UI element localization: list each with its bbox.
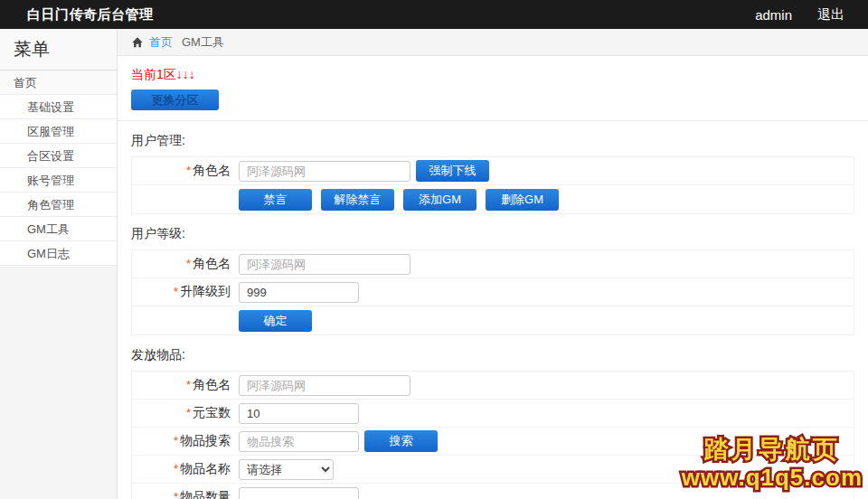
confirm-button[interactable]: 确定 [239, 310, 312, 332]
yuanbao-label: *元宝数 [132, 405, 239, 421]
sidebar-item-merge-settings[interactable]: 合区设置 [0, 144, 117, 168]
logout-button[interactable]: 退出 [805, 6, 868, 24]
role-name-input[interactable] [239, 161, 410, 182]
role-name-label: *角色名 [132, 163, 239, 179]
role-name-label: *角色名 [132, 256, 239, 272]
sidebar-item-home[interactable]: 首页 [0, 71, 117, 95]
form-row-item-search: *物品搜索 搜索 [132, 428, 854, 456]
content-area: 当前1区↓↓↓ 更换分区 用户管理: *角色名 强制下线 禁言 解除 [118, 56, 868, 499]
top-bar: 白日门传奇后台管理 admin 退出 [0, 0, 868, 29]
user-level-form: *角色名 *升降级到 确定 [131, 250, 854, 335]
form-row-actions: 禁言 解除禁言 添加GM 删除GM [132, 185, 854, 213]
current-zone-notice: 当前1区↓↓↓ [131, 67, 854, 83]
role-name-input[interactable] [239, 375, 410, 396]
mute-button[interactable]: 禁言 [239, 189, 312, 211]
sidebar-item-gm-logs[interactable]: GM日志 [0, 241, 117, 266]
section-title-give-items: 发放物品: [131, 347, 854, 363]
switch-zone-button[interactable]: 更换分区 [131, 89, 219, 110]
sidebar-title: 菜单 [0, 29, 117, 71]
breadcrumb-home-link[interactable]: 首页 [149, 34, 173, 51]
section-title-user-level: 用户等级: [131, 226, 854, 242]
form-row-role: *角色名 [132, 372, 854, 400]
sidebar: 菜单 首页 基础设置 区服管理 合区设置 账号管理 角色管理 GM工具 GM日志 [0, 29, 118, 499]
section-title-user-management: 用户管理: [131, 133, 854, 149]
role-name-label: *角色名 [132, 377, 239, 393]
unmute-button[interactable]: 解除禁言 [321, 189, 394, 211]
level-input[interactable] [239, 282, 359, 303]
sidebar-item-server-management[interactable]: 区服管理 [0, 119, 117, 144]
search-button[interactable]: 搜索 [364, 430, 438, 452]
role-name-input[interactable] [239, 254, 410, 275]
breadcrumb: 首页 GM工具 [118, 29, 868, 56]
sidebar-item-basic-settings[interactable]: 基础设置 [0, 95, 117, 119]
form-row-role: *角色名 [132, 250, 854, 278]
item-search-label: *物品搜索 [132, 433, 239, 449]
sidebar-item-gm-tools[interactable]: GM工具 [0, 217, 117, 241]
force-offline-button[interactable]: 强制下线 [416, 160, 489, 182]
form-row-quantity: *物品数量 [132, 484, 854, 499]
item-search-input[interactable] [239, 431, 359, 452]
yuanbao-input[interactable] [239, 403, 359, 424]
form-row-role: *角色名 强制下线 [132, 157, 854, 185]
quantity-label: *物品数量 [132, 489, 239, 499]
app-title: 白日门传奇后台管理 [0, 6, 154, 24]
delete-gm-button[interactable]: 删除GM [486, 189, 559, 211]
quantity-input[interactable] [239, 487, 359, 499]
sidebar-item-role-management[interactable]: 角色管理 [0, 193, 117, 217]
current-user-menu[interactable]: admin [742, 7, 805, 23]
item-name-label: *物品名称 [132, 461, 239, 477]
sidebar-item-account-management[interactable]: 账号管理 [0, 168, 117, 193]
form-row-level: *升降级到 [132, 278, 854, 306]
home-icon [131, 36, 144, 49]
zone-block: 当前1区↓↓↓ 更换分区 [118, 67, 868, 121]
add-gm-button[interactable]: 添加GM [403, 189, 476, 211]
item-name-select[interactable]: 请选择 [239, 459, 334, 480]
required-mark: * [186, 164, 191, 177]
level-label: *升降级到 [132, 284, 239, 300]
sidebar-menu: 首页 基础设置 区服管理 合区设置 账号管理 角色管理 GM工具 GM日志 [0, 71, 117, 266]
give-items-form: *角色名 *元宝数 *物品搜索 搜索 [131, 371, 854, 499]
breadcrumb-current: GM工具 [182, 34, 224, 51]
form-row-yuanbao: *元宝数 [132, 400, 854, 428]
user-management-form: *角色名 强制下线 禁言 解除禁言 添加GM 删除GM [131, 156, 854, 214]
form-row-item-name: *物品名称 请选择 [132, 456, 854, 484]
form-row-confirm: 确定 [132, 306, 854, 334]
